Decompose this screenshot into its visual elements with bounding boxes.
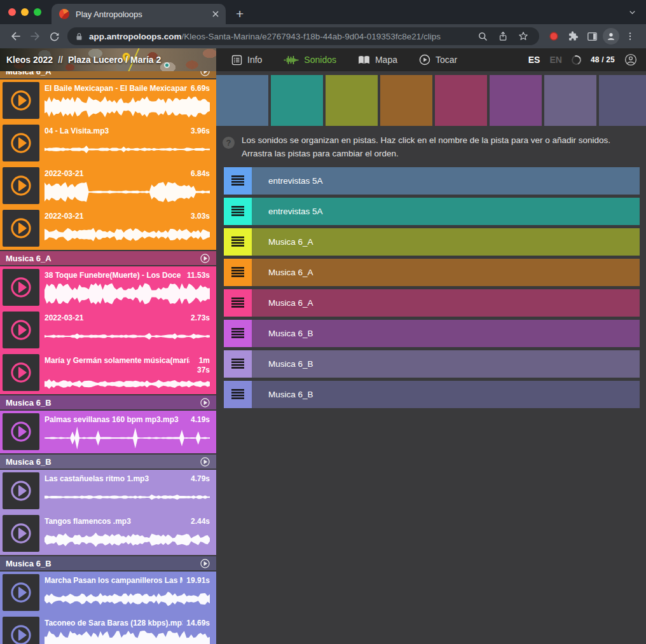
- clip-play-button[interactable]: [3, 472, 39, 509]
- clip-item[interactable]: Taconeo de Sara Baras (128 kbps).mp314.6…: [0, 614, 216, 644]
- help-text: Los sonidos se organizan en pistas. Haz …: [242, 134, 637, 161]
- track-row[interactable]: Musica 6_B: [224, 320, 640, 347]
- bookmark-star-icon[interactable]: [515, 28, 532, 45]
- track-name[interactable]: Musica 6_B: [252, 320, 640, 347]
- clip-item[interactable]: El Baile Mexicapan - El Baile Mexicapan.…: [0, 79, 216, 122]
- back-icon[interactable]: [6, 27, 25, 46]
- menu-kebab-icon[interactable]: [621, 27, 640, 46]
- clip-play-button[interactable]: [3, 617, 39, 644]
- track-section-header[interactable]: Musica 6_A: [0, 251, 216, 265]
- clip-item[interactable]: 2022-03-213.03s: [0, 207, 216, 250]
- reload-icon[interactable]: [45, 27, 64, 46]
- track-color-swatch[interactable]: [271, 75, 323, 126]
- track-color-swatch[interactable]: [326, 75, 378, 126]
- track-row[interactable]: entrevistas 5A: [224, 167, 640, 195]
- breadcrumb[interactable]: Kleos 2022 // Plaza Lucero / María 2: [6, 48, 161, 71]
- clip-item[interactable]: 2022-03-216.84s: [0, 165, 216, 207]
- track-color-swatch[interactable]: [490, 75, 542, 126]
- track-name[interactable]: entrevistas 5A: [252, 167, 640, 195]
- side-panel-icon[interactable]: [582, 27, 601, 46]
- track-color-swatch[interactable]: [599, 75, 646, 126]
- clip-play-button[interactable]: [3, 413, 39, 450]
- track-color-swatch[interactable]: [435, 75, 487, 126]
- drag-handle-icon[interactable]: [224, 167, 252, 195]
- track-name[interactable]: Musica 6_B: [252, 350, 640, 378]
- clip-item[interactable]: 04 - La Visita.mp33.96s: [0, 122, 216, 165]
- track-name[interactable]: entrevistas 5A: [252, 198, 640, 225]
- clip-play-button[interactable]: [3, 312, 39, 348]
- section-name: Musica 6_A: [6, 71, 52, 76]
- drag-handle-icon[interactable]: [224, 198, 252, 225]
- clip-play-button[interactable]: [3, 269, 39, 306]
- clips-sidebar: Musica 6_AEl Baile Mexicapan - El Baile …: [0, 71, 216, 644]
- clip-play-button[interactable]: [3, 515, 39, 552]
- track-name[interactable]: Musica 6_A: [252, 228, 640, 256]
- nav-tab-sonidos[interactable]: Sonidos: [284, 55, 336, 65]
- drag-handle-icon[interactable]: [224, 259, 252, 286]
- clip-play-button[interactable]: [3, 167, 39, 204]
- play-track-icon: [200, 71, 210, 77]
- zoom-icon[interactable]: [474, 28, 491, 45]
- drag-handle-icon[interactable]: [224, 350, 252, 378]
- track-row[interactable]: entrevistas 5A: [224, 198, 640, 225]
- clip-item[interactable]: 2022-03-212.73s: [0, 309, 216, 352]
- tab-close-icon[interactable]: [212, 10, 219, 18]
- share-icon[interactable]: [495, 28, 511, 45]
- language-en-button[interactable]: EN: [549, 55, 561, 65]
- track-name[interactable]: Musica 6_B: [252, 381, 640, 408]
- clip-play-button[interactable]: [3, 125, 39, 161]
- drag-handle-icon[interactable]: [224, 289, 252, 317]
- account-icon[interactable]: [624, 53, 637, 66]
- clip-item[interactable]: Tangos flamencos .mp32.44s: [0, 512, 216, 555]
- clip-play-button[interactable]: [3, 574, 39, 611]
- track-row[interactable]: Musica 6_A: [224, 259, 640, 286]
- clip-play-button[interactable]: [3, 210, 39, 247]
- track-row[interactable]: Musica 6_B: [224, 381, 640, 408]
- nav-tab-tocar[interactable]: Tocar: [419, 54, 457, 65]
- clip-duration: 14.69s: [186, 619, 210, 628]
- track-name[interactable]: Musica 6_A: [252, 259, 640, 286]
- record-extension-icon[interactable]: [544, 27, 563, 46]
- clip-title: Tangos flamencos .mp3: [45, 517, 187, 526]
- track-section-header[interactable]: Musica 6_B: [0, 395, 216, 409]
- extensions-puzzle-icon[interactable]: [563, 27, 582, 46]
- waveform: [45, 528, 210, 552]
- track-color-swatch[interactable]: [216, 75, 268, 126]
- tab-search-chevron-icon[interactable]: [628, 8, 637, 17]
- clip-play-button[interactable]: [3, 82, 39, 119]
- drag-handle-icon[interactable]: [224, 320, 252, 347]
- track-section-header[interactable]: Musica 6_B: [0, 455, 216, 469]
- track-row[interactable]: Musica 6_B: [224, 350, 640, 378]
- language-es-button[interactable]: ES: [528, 55, 540, 65]
- new-tab-button[interactable]: +: [226, 7, 244, 24]
- waveform: [45, 376, 210, 392]
- track-row[interactable]: Musica 6_A: [224, 289, 640, 317]
- clip-item[interactable]: Marcha Pasan los campanilleros Las Mejor…: [0, 572, 216, 614]
- nav-tab-info[interactable]: Info: [231, 55, 262, 65]
- nav-tab-mapa[interactable]: Mapa: [358, 55, 397, 65]
- track-color-swatch[interactable]: [544, 75, 596, 126]
- address-bar[interactable]: app.antropoloops.com/Kleos-Santa-Marina/…: [67, 27, 539, 45]
- help-row: ? Los sonidos se organizan en pistas. Ha…: [216, 126, 646, 165]
- clip-item[interactable]: 38 Toque Funebre(Muerte) - Los Doce Par.…: [0, 266, 216, 309]
- track-color-swatch[interactable]: [380, 75, 432, 126]
- breadcrumb-project[interactable]: Kleos 2022: [6, 55, 53, 65]
- profile-avatar-icon[interactable]: [601, 27, 621, 46]
- waveform: [45, 282, 210, 306]
- clip-item[interactable]: María y Germán solamente música(maría 2.…: [0, 352, 216, 394]
- clip-play-button[interactable]: [3, 354, 39, 391]
- close-traffic-icon[interactable]: [8, 8, 16, 16]
- drag-handle-icon[interactable]: [224, 381, 252, 408]
- track-name[interactable]: Musica 6_A: [252, 289, 640, 317]
- drag-handle-icon[interactable]: [224, 228, 252, 256]
- forward-icon[interactable]: [25, 27, 45, 46]
- browser-tab[interactable]: Play Antropoloops: [52, 4, 226, 24]
- track-section-header[interactable]: Musica 6_B: [0, 556, 216, 570]
- track-row[interactable]: Musica 6_A: [224, 228, 640, 256]
- clip-item[interactable]: Las castañuelas ritmo 1.mp34.79s: [0, 470, 216, 512]
- minimize-traffic-icon[interactable]: [21, 8, 29, 16]
- track-section-header[interactable]: Musica 6_A: [0, 71, 216, 78]
- maximize-traffic-icon[interactable]: [34, 8, 41, 16]
- clip-item[interactable]: Palmas sevillanas 160 bpm mp3.mp34.19s: [0, 411, 216, 453]
- clip-title: Taconeo de Sara Baras (128 kbps).mp3: [45, 619, 182, 628]
